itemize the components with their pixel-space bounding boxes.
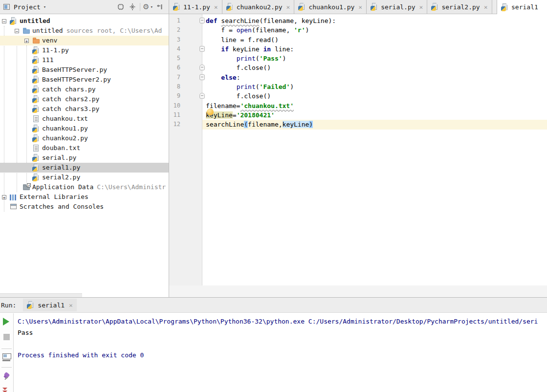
code-token: line: (271, 45, 294, 53)
python-file-icon (431, 3, 439, 11)
python-file-icon (298, 3, 306, 11)
run-panel: Run: serial1 × C:\Users\Administrator\Ap… (0, 297, 547, 392)
tree-item-untitled[interactable]: −untitledsources root, C:\Users\Ad (0, 26, 169, 36)
tab-label: 11-1.py (183, 3, 210, 11)
collapse-all-icon[interactable] (128, 3, 136, 11)
tree-item-label: catch chars.py (42, 85, 96, 94)
tree-item-label: chuankou.txt (42, 114, 88, 124)
close-icon[interactable]: × (214, 3, 218, 11)
run-console-output[interactable]: C:\Users\Administrator\AppData\Local\Pro… (14, 313, 547, 392)
collapse-icon[interactable]: − (2, 19, 6, 23)
py-icon (32, 174, 40, 181)
tab-chuankou1.py[interactable]: chuankou1.py× (294, 0, 367, 14)
close-icon[interactable]: × (286, 3, 290, 11)
tab-label: chuankou1.py (308, 3, 354, 11)
code-token: 'Pass' (260, 55, 283, 62)
tree-item-path: C:\Users\Administr (97, 182, 166, 192)
close-icon[interactable]: × (358, 3, 362, 11)
code-token: ( (256, 83, 260, 90)
gear-icon[interactable]: ⚙▾ (144, 3, 152, 11)
code-token: (filename, (252, 26, 294, 34)
code-line: f.close() (202, 63, 547, 72)
code-token: searchLine (221, 17, 259, 24)
code-line: f = open(filename, 'r') (202, 25, 547, 35)
tree-item-chuankou-txt[interactable]: chuankou.txt (0, 114, 169, 124)
tree-item-application-data[interactable]: ↗Application DataC:\Users\Administr (0, 182, 169, 192)
code-token: ( (256, 55, 260, 62)
editor-gutter: 123456789101112 (169, 14, 202, 285)
tab-serial1[interactable]: serial1 (497, 0, 547, 14)
tab-11-1.py[interactable]: 11-1.py× (169, 0, 222, 14)
expander-slot: + (24, 39, 32, 43)
code-editor[interactable]: 123456789101112 def searchLine(filename,… (169, 14, 547, 285)
txt-icon (32, 115, 40, 123)
pin-tab-button[interactable] (3, 373, 10, 383)
expand-icon[interactable]: + (24, 39, 29, 43)
close-icon[interactable]: × (419, 3, 423, 11)
rerun-button[interactable] (3, 318, 9, 326)
locate-icon[interactable] (116, 3, 125, 11)
tree-item-chuankou1-py[interactable]: chuankou1.py (0, 124, 169, 133)
code-token (206, 74, 221, 81)
tree-item-label: Scratches and Consoles (20, 202, 104, 212)
code-line: print('Pass') (202, 54, 547, 63)
tree-item-label: venv (42, 36, 57, 45)
intention-bulb-icon[interactable] (207, 109, 214, 115)
folder-link-icon: ↗ (22, 183, 30, 191)
tree-item-catch-chars2-py[interactable]: catch chars2.py (0, 94, 169, 104)
restore-layout-button[interactable] (2, 353, 11, 359)
close-icon[interactable]: × (69, 302, 73, 309)
code-token: = (233, 111, 237, 119)
expand-icon[interactable]: + (2, 195, 6, 199)
code-token: 'r' (294, 26, 305, 34)
code-token: open (237, 26, 252, 34)
tab-serial.py[interactable]: serial.py× (367, 0, 427, 14)
tree-item-scratches-and-consoles[interactable]: Scratches and Consoles (0, 202, 169, 212)
tab-label: serial.py (381, 3, 415, 11)
collapse-icon[interactable]: − (15, 29, 19, 33)
code-line: line = f.read() (202, 35, 547, 44)
tree-item-douban-txt[interactable]: douban.txt (0, 143, 169, 153)
tree-item-label: catch chars2.py (42, 94, 99, 104)
line-number: 2 (169, 25, 202, 35)
tree-item-catch-chars3-py[interactable]: catch chars3.py (0, 104, 169, 114)
line-number: 3 (169, 35, 202, 44)
code-token: 'chuankou.txt' (240, 102, 294, 109)
tree-item-catch-chars-py[interactable]: catch chars.py (0, 85, 169, 94)
tree-item-serial2-py[interactable]: serial2.py (0, 173, 169, 182)
close-icon[interactable]: × (484, 3, 488, 11)
code-area[interactable]: def searchLine(filename, keyLine): f = o… (202, 16, 547, 130)
tree-item-basehttpserver2-py[interactable]: BaseHTTPServer2.py (0, 75, 169, 85)
editor-scrollbar-strip[interactable] (169, 285, 547, 297)
editor-tabs: 11-1.py×chuankou2.py×chuankou1.py×serial… (169, 0, 547, 14)
tree-item-11-1-py[interactable]: 11-1.py (0, 45, 169, 55)
code-token (206, 55, 237, 62)
tab-chuankou2.py[interactable]: chuankou2.py× (222, 0, 295, 14)
tree-item-untitled[interactable]: −untitled (0, 16, 169, 26)
tree-item-label: chuankou1.py (42, 124, 88, 133)
code-token: ) (306, 26, 309, 34)
tree-item-label: BaseHTTPServer.py (42, 65, 107, 75)
tree-item-111[interactable]: 111 (0, 55, 169, 65)
toolbar-separator (1, 348, 12, 349)
project-view-selector[interactable]: Project ▾ (3, 3, 46, 11)
tree-item-serial-py[interactable]: serial.py (0, 153, 169, 163)
code-token: f.close() (206, 64, 271, 71)
project-tree-panel[interactable]: −untitled−untitledsources root, C:\Users… (0, 14, 169, 293)
tree-item-basehttpserver-py[interactable]: BaseHTTPServer.py (0, 65, 169, 75)
tree-item-path: sources root, C:\Users\Ad (66, 26, 162, 36)
run-tab[interactable]: serial1 × (23, 299, 77, 311)
tree-item-venv[interactable]: +venv (0, 36, 169, 45)
project-panel-header: Project ▾ ⚙▾ (0, 0, 169, 14)
hide-panel-icon[interactable] (155, 3, 164, 11)
tab-serial2.py[interactable]: serial2.py× (427, 0, 492, 14)
tree-item-label: BaseHTTPServer2.py (42, 75, 111, 85)
tree-item-external-libraries[interactable]: +External Libraries (0, 192, 169, 202)
scroll-to-end-button[interactable] (2, 388, 7, 392)
tree-item-label: serial.py (42, 153, 76, 163)
console-line (18, 338, 547, 349)
tree-item-serial1-py[interactable]: serial1.py (0, 163, 169, 173)
tree-item-chuankou2-py[interactable]: chuankou2.py (0, 133, 169, 143)
stop-button[interactable] (3, 334, 10, 340)
code-token: def (206, 17, 217, 24)
